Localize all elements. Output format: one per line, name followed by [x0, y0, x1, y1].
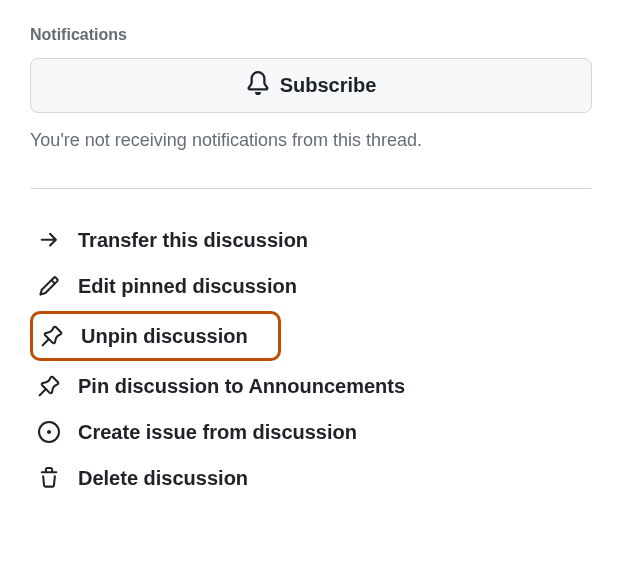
subscribe-button-label: Subscribe	[280, 74, 377, 97]
trash-icon	[36, 465, 62, 491]
pin-icon	[36, 373, 62, 399]
create-issue-action[interactable]: Create issue from discussion	[30, 409, 592, 455]
edit-pinned-discussion-label: Edit pinned discussion	[78, 275, 297, 298]
arrow-right-icon	[36, 227, 62, 253]
delete-discussion-label: Delete discussion	[78, 467, 248, 490]
unpin-discussion-label: Unpin discussion	[81, 325, 248, 348]
unpin-discussion-action[interactable]: Unpin discussion	[30, 311, 281, 361]
discussion-actions-list: Transfer this discussion Edit pinned dis…	[30, 217, 592, 501]
notifications-description: You're not receiving notifications from …	[30, 127, 592, 154]
pin-to-announcements-label: Pin discussion to Announcements	[78, 375, 405, 398]
pencil-icon	[36, 273, 62, 299]
pin-to-announcements-action[interactable]: Pin discussion to Announcements	[30, 363, 592, 409]
edit-pinned-discussion-action[interactable]: Edit pinned discussion	[30, 263, 592, 309]
pin-icon	[39, 323, 65, 349]
transfer-discussion-action[interactable]: Transfer this discussion	[30, 217, 592, 263]
divider	[30, 188, 592, 189]
notifications-label: Notifications	[30, 26, 592, 44]
issue-opened-icon	[36, 419, 62, 445]
bell-icon	[246, 71, 270, 100]
transfer-discussion-label: Transfer this discussion	[78, 229, 308, 252]
delete-discussion-action[interactable]: Delete discussion	[30, 455, 592, 501]
create-issue-label: Create issue from discussion	[78, 421, 357, 444]
subscribe-button[interactable]: Subscribe	[30, 58, 592, 113]
